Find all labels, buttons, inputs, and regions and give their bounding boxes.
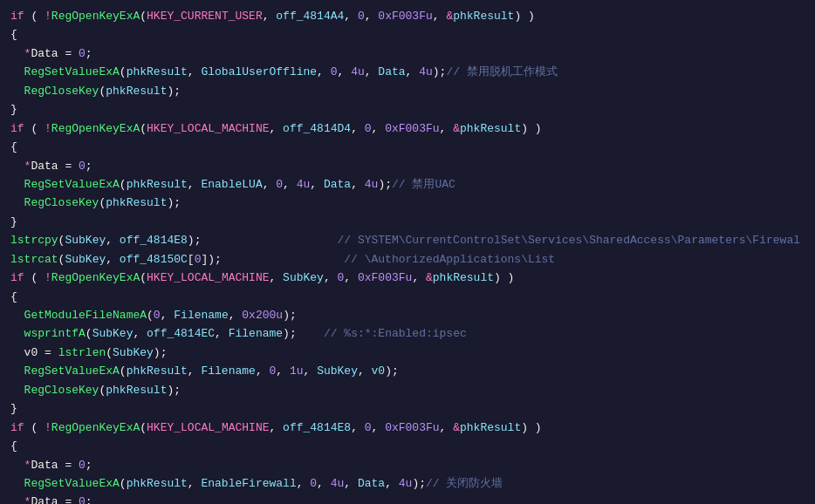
code-line: *Data = 0;	[10, 157, 805, 175]
code-line: v0 = lstrlen(SubKey);	[10, 344, 805, 362]
code-line: RegCloseKey(phkResult);	[10, 381, 805, 399]
code-line: }	[10, 213, 805, 231]
code-line: if ( !RegOpenKeyExA(HKEY_CURRENT_USER, o…	[10, 7, 805, 25]
code-line: *Data = 0;	[10, 493, 805, 504]
code-line: if ( !RegOpenKeyExA(HKEY_LOCAL_MACHINE, …	[10, 269, 805, 287]
code-line: RegSetValueExA(phkResult, EnableLUA, 0, …	[10, 175, 805, 194]
code-line: RegSetValueExA(phkResult, GlobalUserOffl…	[10, 63, 805, 81]
code-line: lstrcpy(SubKey, off_4814E8); // SYSTEM\C…	[10, 231, 805, 249]
code-line: if ( !RegOpenKeyExA(HKEY_LOCAL_MACHINE, …	[10, 419, 805, 437]
code-line: {	[10, 288, 805, 306]
code-line: *Data = 0;	[10, 44, 805, 63]
code-line: RegCloseKey(phkResult);	[10, 194, 805, 212]
code-line: lstrcat(SubKey, off_48150C[0]); // \Auth…	[10, 250, 805, 269]
code-line: {	[10, 138, 805, 156]
code-line: GetModuleFileNameA(0, Filename, 0x200u);	[10, 306, 805, 324]
code-container: if ( !RegOpenKeyExA(HKEY_CURRENT_USER, o…	[0, 0, 815, 504]
code-line: }	[10, 399, 805, 418]
code-line: }	[10, 100, 805, 119]
code-line: RegCloseKey(phkResult);	[10, 82, 805, 100]
code-line: *Data = 0;	[10, 456, 805, 474]
code-line: if ( !RegOpenKeyExA(HKEY_LOCAL_MACHINE, …	[10, 119, 805, 138]
code-line: wsprintfA(SubKey, off_4814EC, Filename);…	[10, 324, 805, 343]
code-line: {	[10, 437, 805, 455]
code-line: RegSetValueExA(phkResult, Filename, 0, 1…	[10, 362, 805, 380]
code-line: {	[10, 25, 805, 44]
code-line: RegSetValueExA(phkResult, EnableFirewall…	[10, 474, 805, 493]
